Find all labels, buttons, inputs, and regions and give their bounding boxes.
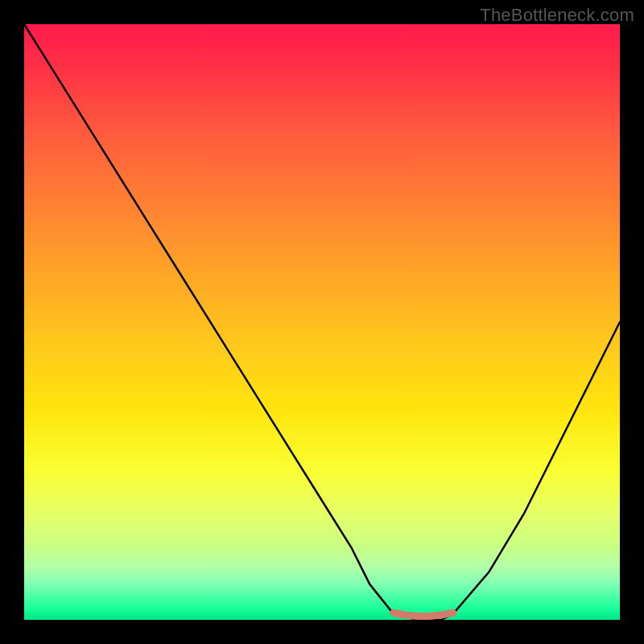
bottleneck-curve [24, 24, 620, 620]
curve-svg [24, 24, 620, 620]
watermark-text: TheBottleneck.com [480, 5, 634, 26]
plot-area [24, 24, 620, 620]
chart-frame: { "watermark": "TheBottleneck.com", "cha… [0, 0, 644, 644]
flat-marker [394, 613, 453, 616]
